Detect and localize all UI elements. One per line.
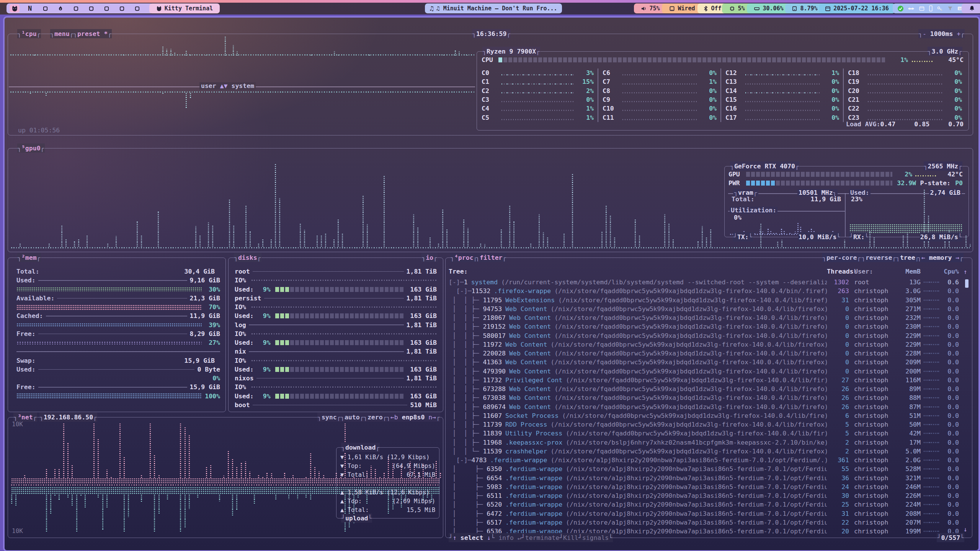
- workspace-switcher[interactable]: N: [7, 3, 153, 13]
- mustache-icon[interactable]: [908, 6, 915, 11]
- process-row[interactable]: │ │ └─ 11539crashhelper(/nix/store/fqadd…: [446, 447, 972, 456]
- process-footer: ┘↑ select ↓└ info ↵┘terminate┘Kill┘signa…: [449, 533, 613, 542]
- process-row[interactable]: │ ├─ 6520.ferdium-wrappe(/nix/store/a1pj…: [446, 500, 972, 509]
- cpu-frequency: ┐3.0 GHz┌: [928, 47, 962, 56]
- process-row[interactable]: │ │ ├─ 11607Socket Process(/nix/store/fq…: [446, 411, 972, 420]
- memory-panel-title: ┐²mem┌: [17, 253, 41, 262]
- column-cpu[interactable]: Cpu%: [942, 268, 959, 275]
- funnel-icon[interactable]: [947, 6, 953, 11]
- calendar-icon: [825, 6, 831, 11]
- process-row[interactable]: [-]─11532.firefox-wrappe(/nix/store/fqad…: [446, 287, 972, 295]
- process-row[interactable]: │ │ ├─ 580017Web Content(/nix/store/fqad…: [446, 331, 972, 340]
- network-module[interactable]: Wired: [662, 3, 702, 13]
- download-total-value: 67,1 MiB: [369, 471, 435, 478]
- process-row[interactable]: │ │ ├─ 41363Web Content(/nix/store/fqadd…: [446, 358, 972, 367]
- process-row[interactable]: │ ├─ 6472.ferdium-wrappe(/nix/store/a1pj…: [446, 509, 972, 518]
- process-row[interactable]: │ │ ├─ 11968.keepassxc-prox(/nix/store/b…: [446, 438, 972, 447]
- gpu-graph-baseline: [11, 247, 970, 248]
- process-row[interactable]: │ │ ├─ 11732Privileged Cont(/nix/store/f…: [446, 376, 972, 385]
- process-row[interactable]: │ │ ├─ 689674Web Content(/nix/store/fqad…: [446, 403, 972, 411]
- cpu-core: C60%: [598, 68, 720, 77]
- gpu-pct: 2%: [892, 171, 912, 178]
- kill-button[interactable]: Kill: [563, 534, 578, 541]
- process-row[interactable]: │ ├─ 6350.ferdium-wrappe(/nix/store/a1pj…: [446, 465, 972, 473]
- process-row[interactable]: │ ├─ 5983.ferdium-wrappe(/nix/store/a1pj…: [446, 483, 972, 491]
- process-filter-button[interactable]: ┐filter┌: [475, 253, 506, 262]
- workspace-empty-icon[interactable]: [117, 4, 127, 13]
- workspace-empty-icon[interactable]: [71, 4, 81, 13]
- cpu-core: C220%: [843, 104, 966, 113]
- interval-plus-button[interactable]: +: [957, 30, 960, 37]
- update-interval-control[interactable]: ┐- 1000ms +┌: [918, 29, 965, 38]
- net-sync-button[interactable]: ┐sync┌: [317, 412, 341, 422]
- process-row[interactable]: │ │ ├─ 11839Utility Process(/nix/store/f…: [446, 429, 972, 438]
- focused-window-button[interactable]: Kitty Terminal: [149, 3, 220, 13]
- net-interface-switcher[interactable]: ┐←b enp8s0 n→┌: [386, 412, 440, 422]
- process-row[interactable]: │ │ ├─ 218067Web Content(/nix/store/fqad…: [446, 313, 972, 322]
- music-player-button[interactable]: ♫ ♫ Minuit Machine – Don't Run Fro...: [425, 3, 562, 13]
- process-row[interactable]: │ │ ├─ 220028Web Content(/nix/store/fqad…: [446, 349, 972, 358]
- process-row[interactable]: │ │ ├─ 673288Web Content(/nix/store/fqad…: [446, 385, 972, 393]
- select-down-arrow[interactable]: ↓: [487, 534, 491, 541]
- net-zero-button[interactable]: ┐zero┌: [363, 412, 387, 422]
- column-threads[interactable]: Threads:: [827, 268, 849, 275]
- key-icon[interactable]: [937, 6, 943, 11]
- scroll-up-indicator[interactable]: ↑: [964, 268, 967, 276]
- process-row[interactable]: │ │ ├─ 11972Web Content(/nix/store/fqadd…: [446, 340, 972, 349]
- scroll-down-indicator[interactable]: ↓: [964, 526, 967, 533]
- process-row[interactable]: │ ├─ 6511.ferdium-wrappe(/nix/store/a1pj…: [446, 491, 972, 500]
- disk-name-row: nixos1,81 TiB: [235, 374, 437, 383]
- clock-module[interactable]: 2025-07-22 16:36: [819, 3, 895, 13]
- process-row[interactable]: │ │ ├─ 479390Web Content(/nix/store/fqad…: [446, 367, 972, 376]
- disk-module[interactable]: 8.79%: [785, 3, 824, 13]
- check-circle-icon[interactable]: [897, 5, 904, 12]
- process-row[interactable]: │ │ ├─ 673038Web Content(/nix/store/fqad…: [446, 393, 972, 402]
- select-up-arrow[interactable]: ↑: [453, 534, 457, 541]
- process-row[interactable]: │ ├─ 6517.ferdium-wrappe(/nix/store/a1pj…: [446, 518, 972, 527]
- download-speed: ▼ 1,61 KiB/s (12,9 Kibps): [340, 454, 430, 461]
- signals-button[interactable]: signals: [582, 534, 609, 541]
- process-row[interactable]: │ │ ├─ 219152Web Content(/nix/store/fqad…: [446, 322, 972, 331]
- cpu-core: C80%: [598, 86, 720, 95]
- interval-minus-button[interactable]: -: [923, 30, 926, 37]
- workspace-empty-icon[interactable]: [132, 4, 142, 13]
- process-row[interactable]: [-]─1systemd(/run/current-system/systemd…: [446, 278, 972, 287]
- load-avg-label: Load AVG:: [846, 121, 880, 128]
- column-tree[interactable]: Tree:: [449, 268, 468, 275]
- workspace-cat-icon[interactable]: [10, 4, 20, 13]
- process-row[interactable]: │ │ ├─ 11739RDD Process(/nix/store/fqadd…: [446, 420, 972, 429]
- terminate-button[interactable]: terminate: [525, 534, 559, 541]
- gpu-frequency: ┐2565 MHz┌: [924, 161, 962, 171]
- phone-icon[interactable]: [929, 5, 933, 11]
- info-button[interactable]: info ↵: [498, 534, 521, 541]
- notification-bell[interactable]: [962, 3, 980, 13]
- reverse-button[interactable]: ┐reverse┌: [861, 253, 896, 262]
- percore-button[interactable]: ┐per-core┌: [822, 253, 861, 262]
- workspace-empty-icon[interactable]: [101, 4, 111, 13]
- workspace-empty-icon[interactable]: [40, 4, 50, 13]
- process-row[interactable]: │ │ ├─ 94753Web Content(/nix/store/fqadd…: [446, 305, 972, 313]
- sort-column-switcher[interactable]: ┐← memory →┌: [917, 253, 964, 262]
- process-row[interactable]: │ ├─ 6654.ferdium-wrappe(/nix/store/a1pj…: [446, 474, 972, 483]
- disk-io-row: IO%: [235, 276, 437, 285]
- mem-usage-band: 39%: [16, 321, 220, 329]
- window-icon[interactable]: [919, 6, 925, 11]
- drive-icon: [792, 6, 797, 11]
- memory-module[interactable]: 30.06%: [747, 3, 791, 13]
- workspace-empty-icon[interactable]: [86, 4, 96, 13]
- cpu-core: C180%: [843, 68, 966, 77]
- ram-icon: [754, 6, 760, 11]
- column-memb[interactable]: MemB: [896, 268, 921, 275]
- process-row[interactable]: [-]─4783.ferdium-wrappe(/nix/store/a1pj8…: [446, 456, 972, 465]
- column-user[interactable]: User:: [849, 268, 896, 275]
- gpu-tx-label: ┘TX:└: [733, 232, 753, 241]
- net-auto-button[interactable]: ┐auto┌: [340, 412, 364, 422]
- disks-io-button[interactable]: ┐io┌: [421, 253, 438, 262]
- scrollbar-thumb[interactable]: [965, 279, 969, 288]
- process-row[interactable]: │ │ ├─ 11795WebExtensions(/nix/store/fqa…: [446, 296, 972, 305]
- workspace-nix-icon[interactable]: N: [25, 4, 35, 13]
- cpu-core: C140%: [721, 86, 843, 95]
- workspace-flame-icon[interactable]: [56, 4, 65, 13]
- tree-button[interactable]: ┐tree┌: [896, 253, 920, 262]
- cpu-core: C22%: [477, 86, 598, 95]
